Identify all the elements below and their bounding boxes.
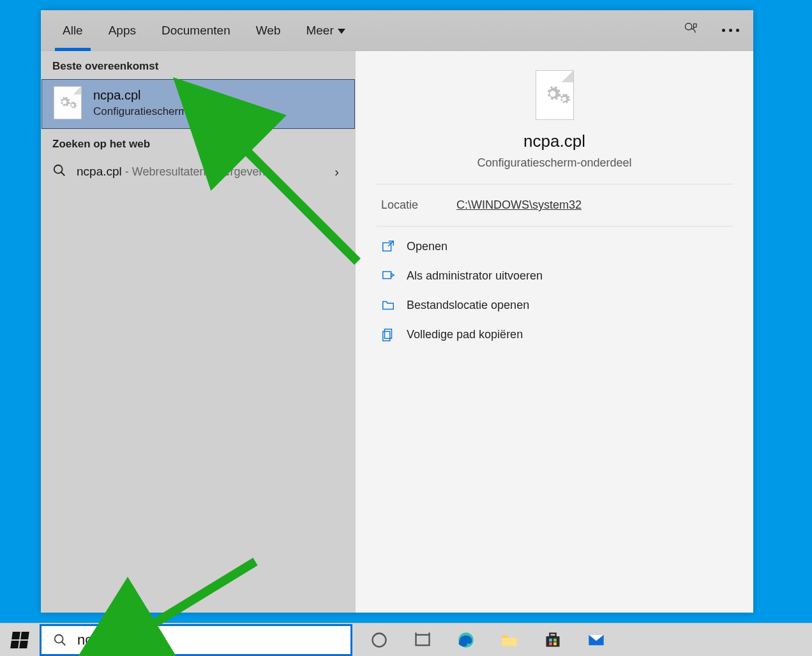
- search-icon: [52, 163, 66, 180]
- best-match-heading: Beste overeenkomst: [41, 51, 356, 79]
- taskbar-pinned-apps: [370, 631, 605, 649]
- tab-all[interactable]: Alle: [60, 10, 86, 50]
- shield-admin-icon: [381, 269, 395, 283]
- results-list: Beste overeenkomst ncpa.cpl Configuratie…: [41, 51, 356, 613]
- best-match-result[interactable]: ncpa.cpl Configuratiescherm-onderdeel: [41, 79, 355, 129]
- svg-line-2: [61, 172, 65, 176]
- cpl-file-icon: [54, 86, 82, 119]
- action-open-file-location[interactable]: Bestandslocatie openen: [373, 290, 735, 320]
- tab-apps[interactable]: Apps: [106, 10, 139, 50]
- action-copy-full-path[interactable]: Volledige pad kopiëren: [373, 320, 735, 349]
- best-match-subtitle: Configuratiescherm-onderdeel: [93, 105, 239, 118]
- tab-documents[interactable]: Documenten: [159, 10, 233, 50]
- svg-rect-18: [553, 638, 557, 641]
- task-view-icon[interactable]: [414, 631, 432, 649]
- start-search-panel: Alle Apps Documenten Web Meer Beste over…: [41, 10, 753, 613]
- chevron-down-icon: [338, 29, 345, 34]
- preview-title: ncpa.cpl: [523, 131, 585, 151]
- tab-more-label: Meer: [306, 24, 333, 38]
- windows-logo-icon: [10, 632, 29, 648]
- web-search-result[interactable]: ncpa.cpl - Webresultaten weergeven ›: [41, 157, 356, 186]
- mail-icon[interactable]: [587, 631, 605, 649]
- folder-icon: [381, 298, 395, 312]
- preview-location-row: Locatie C:\WINDOWS\system32: [356, 184, 753, 226]
- svg-rect-6: [383, 331, 390, 341]
- svg-line-8: [62, 641, 66, 645]
- edge-icon[interactable]: [457, 631, 475, 649]
- start-button[interactable]: [0, 623, 40, 657]
- action-open[interactable]: Openen: [373, 232, 735, 261]
- taskbar: ncpa.cpl: [0, 623, 812, 656]
- location-link[interactable]: C:\WINDOWS\system32: [456, 198, 582, 212]
- more-options-icon[interactable]: [719, 29, 742, 32]
- svg-rect-10: [416, 634, 430, 645]
- tab-web[interactable]: Web: [253, 10, 283, 50]
- search-scope-tabbar: Alle Apps Documenten Web Meer: [41, 10, 753, 50]
- action-run-as-admin[interactable]: Als administrator uitvoeren: [373, 261, 735, 290]
- result-preview-pane: ncpa.cpl Configuratiescherm-onderdeel Lo…: [356, 51, 753, 613]
- svg-rect-19: [549, 642, 552, 645]
- svg-rect-4: [383, 272, 391, 279]
- cpl-file-icon: [536, 70, 574, 120]
- svg-rect-14: [502, 637, 516, 646]
- feedback-icon[interactable]: [682, 20, 700, 41]
- location-label: Locatie: [381, 198, 418, 212]
- copy-icon: [381, 327, 395, 341]
- search-icon: [53, 633, 67, 647]
- web-result-text: ncpa.cpl - Webresultaten weergeven: [77, 165, 266, 179]
- svg-point-0: [685, 23, 692, 30]
- taskbar-search-input[interactable]: ncpa.cpl: [40, 624, 352, 656]
- svg-rect-16: [550, 633, 555, 636]
- svg-rect-20: [553, 642, 557, 645]
- svg-point-7: [55, 634, 63, 643]
- open-icon: [381, 239, 395, 253]
- svg-rect-17: [549, 638, 552, 641]
- preview-subtitle: Configuratiescherm-onderdeel: [477, 156, 631, 170]
- tab-more[interactable]: Meer: [303, 10, 347, 50]
- chevron-right-icon: ›: [335, 165, 344, 179]
- search-query-text: ncpa.cpl: [77, 632, 130, 648]
- cortana-icon[interactable]: [370, 631, 388, 649]
- microsoft-store-icon[interactable]: [544, 631, 562, 649]
- svg-point-1: [54, 165, 63, 174]
- svg-point-9: [373, 633, 386, 646]
- web-search-heading: Zoeken op het web: [41, 129, 356, 157]
- svg-rect-15: [546, 636, 560, 646]
- svg-rect-5: [385, 329, 392, 339]
- file-explorer-icon[interactable]: [500, 631, 518, 649]
- best-match-title: ncpa.cpl: [93, 88, 239, 103]
